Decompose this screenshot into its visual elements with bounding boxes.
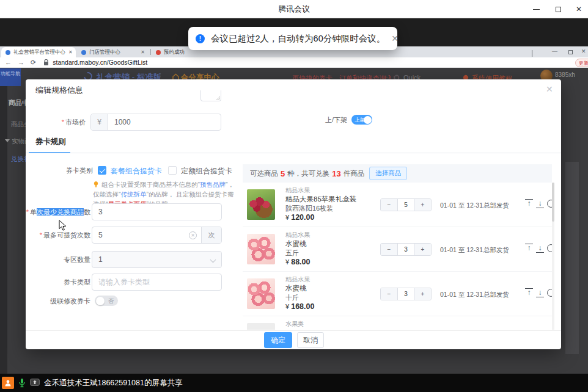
tab2-close-icon[interactable]: ✕ [141, 49, 145, 55]
max-pick-label: *最多可提货次数 [26, 227, 90, 244]
qty-stepper: − 5 + [380, 198, 432, 211]
browser-tab-1[interactable]: 礼盒营销平台管理中心 ✕ [1, 47, 76, 57]
tab-card-rules[interactable]: 券卡规则 [35, 137, 66, 147]
product-spec: 五斤 [285, 249, 299, 258]
zone-count-select[interactable]: 1 [92, 251, 222, 268]
combo-card-option[interactable]: 套餐组合提货卡 [111, 166, 162, 176]
chrome-close-icon[interactable]: ✕ [581, 48, 586, 54]
chevron-down-icon [210, 257, 216, 263]
goods-row-4-partial: 水果类 [243, 316, 552, 330]
maximize-icon [556, 7, 561, 12]
qty-plus-button[interactable]: + [414, 199, 431, 211]
url-text[interactable]: standard.maboy.cn/GoodsGiftList [53, 59, 147, 66]
modal-close-icon[interactable]: ✕ [546, 84, 553, 94]
select-goods-button[interactable]: 选择商品 [369, 167, 407, 180]
back-icon[interactable]: ← [5, 57, 12, 68]
screen-share-icon[interactable] [30, 379, 40, 387]
min-exchange-value: 3 [92, 208, 103, 216]
qty-value[interactable]: 5 [397, 199, 414, 211]
max-pick-input[interactable]: 5 ✕ 次 [92, 227, 222, 244]
description-textarea-bottom[interactable] [200, 90, 221, 101]
chrome-maximize-icon[interactable] [568, 49, 573, 56]
clock-icon[interactable] [547, 200, 552, 208]
chrome-update-button[interactable]: 更新 ⋮ [575, 59, 588, 67]
card-type-input[interactable]: 请输入券卡类型 [92, 274, 222, 291]
browser-tab-2[interactable]: 门店管理中心 ✕ [77, 47, 149, 57]
edit-spec-modal: 编辑规格信息 ✕ *市场价 ¥ 1000 上/下架 上架 券卡规则 券卡类别 套… [26, 79, 561, 349]
close-icon: ✕ [576, 5, 582, 13]
chrome-menu-chevron-icon[interactable] [532, 50, 532, 56]
clock-icon[interactable] [547, 289, 552, 297]
meeting-toast: ! 会议已超过2人，自动转为60分钟限时会议。 ✕ [188, 27, 397, 50]
toast-close-icon[interactable]: ✕ [391, 34, 399, 43]
minimize-button[interactable] [527, 0, 545, 18]
qty-value[interactable]: 3 [397, 244, 414, 255]
collapse-triangle-icon [5, 139, 10, 142]
checkbox-combo-card[interactable] [98, 166, 106, 175]
product-price: ¥ 168.00 [285, 302, 314, 311]
min-exchange-input[interactable]: 3 [92, 203, 222, 220]
sharer-avatar-icon[interactable] [2, 377, 14, 389]
qty-minus-button[interactable]: − [381, 288, 397, 300]
delivery-mode: 总部发货 [483, 246, 509, 255]
footer-divider [26, 330, 561, 331]
goods-list-scrollbar[interactable] [552, 183, 554, 330]
move-bottom-icon[interactable]: ↓ [536, 288, 544, 297]
qty-stepper: − 3 + [380, 288, 432, 300]
qty-plus-button[interactable]: + [414, 244, 431, 255]
move-bottom-icon[interactable]: ↓ [536, 199, 544, 208]
qty-value[interactable]: 3 [397, 288, 414, 300]
move-bottom-icon[interactable]: ↓ [536, 244, 544, 253]
panel-text: 可选商品 [250, 169, 278, 178]
tab1-close-icon[interactable]: ✕ [68, 49, 73, 55]
cancel-button[interactable]: 取消 [297, 332, 324, 348]
required-asterisk: * [26, 208, 29, 216]
cascade-toggle[interactable]: 否 [95, 296, 118, 306]
product-price: ¥ 120.00 [285, 213, 314, 222]
close-window-button[interactable]: ✕ [570, 0, 588, 18]
qty-minus-button[interactable]: − [381, 244, 397, 255]
selected-text: 次最少兑换商品 [37, 208, 84, 216]
move-top-icon[interactable]: ↑ [525, 288, 533, 297]
card-type-label: 券卡类型 [26, 274, 90, 291]
checkbox-fixed-card[interactable] [168, 166, 177, 175]
goods-row-3: 精品水果 水蜜桃 十斤 ¥ 168.00 − 3 + 01-01 至 12-31… [243, 272, 552, 316]
maximize-button[interactable] [549, 0, 567, 18]
clear-input-icon[interactable]: ✕ [189, 231, 197, 239]
unit-suffix: 次 [201, 227, 221, 243]
market-price-input[interactable]: ¥ 1000 [90, 114, 221, 131]
username: 8385xh [555, 71, 575, 78]
tab3-title: 预约成功 [164, 49, 185, 56]
product-price: ¥ 88.00 [285, 258, 310, 266]
currency-prefix: ¥ [91, 114, 108, 130]
qty-minus-button[interactable]: − [381, 199, 397, 211]
forward-icon[interactable]: → [18, 57, 24, 68]
tab-separator [150, 49, 151, 55]
tab1-favicon [6, 50, 10, 55]
confirm-button[interactable]: 确定 [264, 332, 292, 348]
product-brand: 精品水果 [285, 186, 310, 195]
chrome-minimize-icon[interactable]: — [552, 48, 557, 54]
tab2-title: 门店管理中心 [89, 49, 120, 56]
move-top-icon[interactable]: ↑ [525, 199, 533, 208]
valid-date-range: 01-01 至 12-31 [440, 201, 483, 210]
modal-title: 编辑规格信息 [35, 85, 83, 96]
move-top-icon[interactable]: ↑ [525, 244, 533, 253]
tab1-title: 礼盒营销平台管理中心 [13, 49, 65, 56]
shelf-toggle[interactable]: 上架 [351, 115, 372, 125]
resize-grip-icon[interactable] [216, 96, 220, 100]
lock-icon [43, 59, 49, 66]
qty-plus-button[interactable]: + [414, 288, 431, 300]
reload-icon[interactable]: ⟳ [31, 57, 36, 68]
toggle-knob [364, 116, 372, 124]
clock-icon[interactable] [547, 244, 552, 252]
min-exchange-label: *单次最少兑换商品数 [26, 203, 90, 220]
microphone-icon[interactable] [18, 378, 26, 388]
nav-toggle[interactable]: 功能导航 [0, 68, 21, 86]
share-bar-text: 金禾通技术王斌18662591081的屏幕共享 [44, 378, 182, 388]
fixed-card-option[interactable]: 定额组合提货卡 [181, 166, 232, 176]
lightbulb-icon [93, 181, 99, 187]
scrollbar-thumb[interactable] [552, 183, 554, 222]
meeting-title: 腾讯会议 [0, 0, 588, 18]
mouse-cursor [59, 220, 67, 231]
